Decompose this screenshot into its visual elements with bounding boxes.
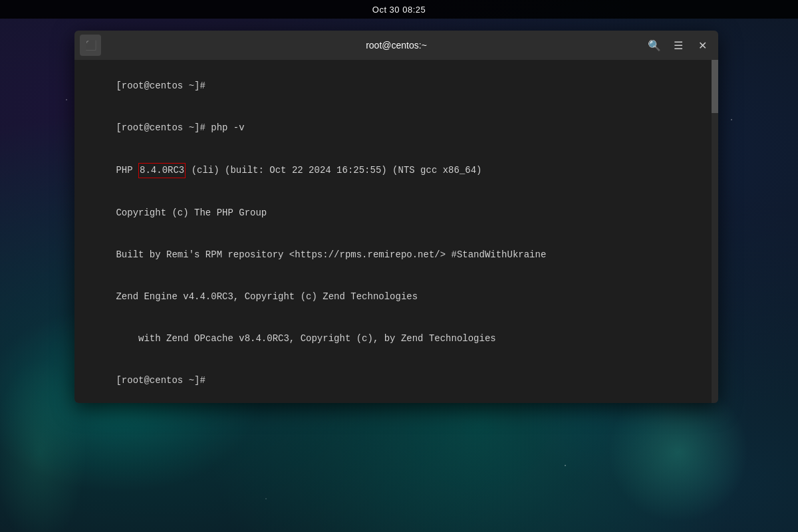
terminal-window: ⬛ root@centos:~ 🔍 ☰ ✕ [root@centos ~]# [… (74, 31, 718, 403)
terminal-body[interactable]: [root@centos ~]# [root@centos ~]# php -v… (74, 60, 718, 403)
terminal-line: [root@centos ~]# (82, 65, 710, 107)
prompt-1: [root@centos ~]# (116, 80, 205, 91)
terminal-line: Copyright (c) The PHP Group (82, 192, 710, 234)
php-version-badge: 8.4.0RC3 (138, 163, 186, 178)
php-label: PHP (116, 165, 138, 176)
terminal-scrollbar[interactable] (712, 60, 718, 403)
close-button[interactable]: ✕ (692, 35, 713, 56)
terminal-line: Built by Remi's RPM repository <https://… (82, 234, 710, 276)
terminal-line: with Zend OPcache v8.4.0RC3, Copyright (… (82, 318, 710, 360)
titlebar-left: ⬛ (80, 35, 101, 56)
titlebar-controls: 🔍 ☰ ✕ (644, 35, 713, 56)
terminal-line: PHP 8.4.0RC3 (cli) (built: Oct 22 2024 1… (82, 149, 710, 192)
prompt-3: [root@centos ~]# (116, 375, 205, 386)
zend-engine-info: Zend Engine v4.4.0RC3, Copyright (c) Zen… (116, 291, 418, 302)
terminal-title: root@centos:~ (366, 40, 427, 51)
terminal-app-icon: ⬛ (85, 40, 96, 51)
terminal-line: Zend Engine v4.4.0RC3, Copyright (c) Zen… (82, 276, 710, 318)
menu-button[interactable]: ☰ (668, 35, 689, 56)
terminal-icon-button[interactable]: ⬛ (80, 35, 101, 56)
built-by-remi: Built by Remi's RPM repository <https://… (116, 249, 546, 260)
terminal-line: [root@centos ~]# (82, 402, 710, 403)
copyright-php: Copyright (c) The PHP Group (116, 207, 267, 218)
terminal-line: [root@centos ~]# php -v (82, 107, 710, 149)
search-icon: 🔍 (648, 39, 661, 52)
scrollbar-thumb[interactable] (712, 60, 718, 113)
zend-opcache-info: with Zend OPcache v8.4.0RC3, Copyright (… (116, 333, 495, 344)
hamburger-icon: ☰ (674, 39, 683, 52)
taskbar-clock: Oct 30 08:25 (372, 5, 426, 15)
prompt-2: [root@centos ~]# php -v (116, 122, 244, 133)
terminal-titlebar: ⬛ root@centos:~ 🔍 ☰ ✕ (74, 31, 718, 60)
taskbar: Oct 30 08:25 (0, 0, 798, 19)
php-build-info: (cli) (built: Oct 22 2024 16:25:55) (NTS… (186, 165, 481, 176)
terminal-line: [root@centos ~]# (82, 360, 710, 402)
search-button[interactable]: 🔍 (644, 35, 665, 56)
close-icon: ✕ (698, 39, 707, 52)
